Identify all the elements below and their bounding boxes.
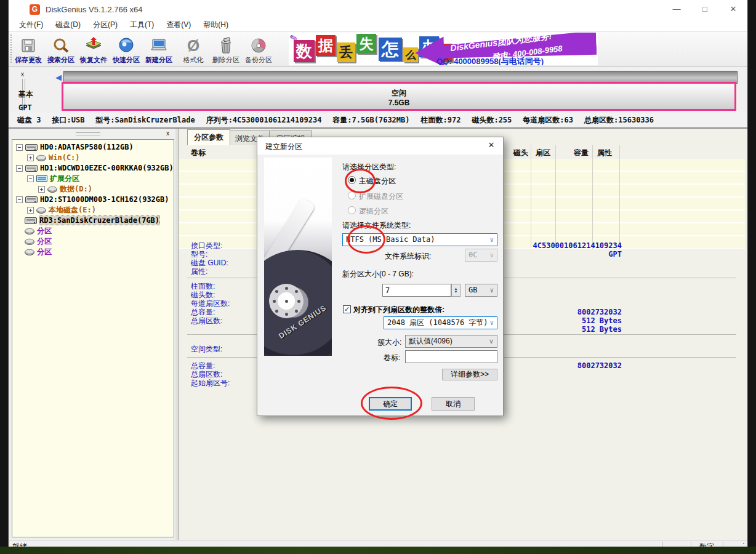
recover-files-button[interactable]: 恢复文件 — [78, 34, 110, 65]
column-heads: 磁头 — [513, 148, 528, 158]
new-partition-icon — [150, 36, 168, 55]
expand-icon[interactable]: + — [38, 186, 45, 193]
dialog-title-bar: 建立新分区 ✕ — [257, 137, 503, 155]
spinner-down-icon: ▼ — [454, 291, 458, 294]
column-sectors: 扇区 — [536, 148, 550, 158]
trash-icon — [218, 36, 234, 55]
radio-primary-partition[interactable] — [348, 176, 356, 184]
volume-label-input[interactable] — [405, 350, 497, 363]
menu-disk[interactable]: 磁盘(D) — [50, 18, 86, 31]
ad-tile: 据 — [316, 35, 336, 56]
title-bar: G DiskGenius V5.1.2.766 x64 — □ ✕ — [9, 0, 747, 18]
new-partition-button[interactable]: 新建分区 — [143, 34, 175, 65]
tree-item-partition-1[interactable]: 分区 — [25, 226, 52, 236]
search-icon — [52, 36, 70, 55]
size-spinner[interactable]: ▲▼ — [451, 284, 460, 297]
param-labels-space: 空间类型: — [191, 345, 222, 353]
partition-tree-panel: x − HD0:ADATASP580(112GB) + Win(C:) − HD… — [9, 129, 175, 540]
maximize-button[interactable]: □ — [691, 0, 719, 18]
ok-button[interactable]: 确定 — [369, 397, 412, 411]
search-partition-button[interactable]: 搜索分区 — [45, 34, 77, 65]
ad-tile: 失 — [356, 34, 376, 54]
expand-icon[interactable]: + — [27, 155, 34, 161]
dialog-close-icon[interactable]: ✕ — [485, 140, 498, 151]
disk-icon — [25, 164, 38, 172]
new-partition-size-label: 新分区大小(0 - 7 GB): — [342, 269, 414, 279]
tree-item-partition-2[interactable]: 分区 — [25, 236, 52, 246]
nav-prev-icon[interactable]: ◀ — [55, 73, 62, 82]
minimize-button[interactable]: — — [662, 0, 691, 18]
status-bar: 就绪 数字 — [9, 540, 747, 550]
tree-close-icon[interactable]: x — [166, 130, 169, 137]
menu-partition[interactable]: 分区(P) — [87, 18, 123, 31]
create-partition-dialog: 建立新分区 ✕ DISK GENIUS 请选择分区类型: 主磁盘分区 扩展磁盘分… — [257, 137, 504, 416]
partition-icon — [36, 207, 46, 214]
align-sectors-select[interactable]: 2048 扇区 (1048576 字节)∨ — [384, 316, 497, 329]
ad-banner[interactable]: ✎ 数 据 丢 失 怎 么 办 ! DiskGenius团队为您服务! 致电: … — [289, 33, 598, 65]
chevron-down-icon: ∨ — [489, 234, 494, 246]
cancel-button[interactable]: 取消 — [432, 397, 475, 411]
delete-partition-button[interactable]: 删除分区 — [210, 34, 242, 65]
quick-partition-button[interactable]: 快速分区 — [110, 34, 142, 65]
format-icon: Ø — [187, 36, 199, 55]
size-input[interactable] — [382, 284, 451, 297]
disk-info-item: 接口:USB — [52, 115, 84, 126]
tree-item-hd2[interactable]: − HD2:ST1000DM003-1CH162(932GB) — [16, 195, 169, 204]
tree-item-local-e[interactable]: + 本地磁盘(E:) — [27, 205, 96, 215]
tree-item-extended[interactable]: − 扩展分区 — [27, 174, 79, 183]
menu-view[interactable]: 查看(V) — [161, 18, 196, 31]
tree-item-rd3-selected[interactable]: RD3:SanDiskCruzerBlade(7GB) — [25, 215, 159, 225]
free-space-size: 7.5GB — [63, 98, 734, 107]
collapse-icon[interactable]: − — [16, 196, 23, 203]
param-labels-totals: 总容量:总扇区数:起始扇区号: — [191, 361, 230, 387]
collapse-icon[interactable]: − — [16, 144, 23, 151]
dialog-title: 建立新分区 — [265, 142, 302, 152]
resize-grip[interactable] — [738, 542, 746, 549]
recover-files-icon — [84, 36, 103, 55]
expand-icon[interactable]: + — [27, 207, 34, 214]
menu-tools[interactable]: 工具(T) — [124, 18, 159, 31]
dialog-disk-image: DISK GENIUS — [264, 158, 332, 356]
disk-icon — [25, 217, 37, 225]
backup-partition-button[interactable]: 备份分区 — [243, 34, 275, 65]
close-button[interactable]: ✕ — [719, 0, 747, 18]
partition-icon — [25, 238, 34, 245]
status-input-mode: 数字 — [699, 542, 714, 552]
partition-icon — [47, 186, 57, 193]
tree-item-win-c[interactable]: + Win(C:) — [27, 153, 80, 163]
column-volume-label: 卷标 — [191, 148, 206, 158]
tree-item-partition-3[interactable]: 分区 — [25, 247, 52, 257]
partition-tree: − HD0:ADATASP580(112GB) + Win(C:) − HD1:… — [12, 139, 174, 537]
ad-tile: 丢 — [337, 42, 355, 62]
tree-panel-header: x — [9, 129, 175, 139]
menu-help[interactable]: 帮助(H) — [198, 18, 234, 31]
ad-tile: 么 — [403, 47, 418, 62]
tab-partition-params[interactable]: 分区参数 — [187, 129, 230, 145]
menu-bar: 文件(F) 磁盘(D) 分区(P) 工具(T) 查看(V) 帮助(H) — [9, 18, 747, 32]
collapse-icon[interactable]: − — [16, 165, 23, 172]
align-label[interactable]: 对齐到下列扇区数的整数倍: — [353, 305, 444, 315]
collapse-icon[interactable]: − — [27, 175, 34, 182]
table-format-label: GPT — [18, 103, 32, 112]
disk-info-item: 柱面数:972 — [421, 115, 461, 126]
menu-file[interactable]: 文件(F) — [14, 18, 49, 31]
filesystem-select[interactable]: NTFS (MS Basic Data)∨ — [342, 233, 497, 246]
disk-map-panel: x ◀ ▶ 基本 GPT 空闲 7.5GB — [9, 66, 747, 113]
size-unit-select[interactable]: GB∨ — [465, 284, 497, 297]
format-button[interactable]: Ø 格式化 — [177, 34, 209, 65]
filesystem-id-label: 文件系统标识: — [385, 251, 431, 262]
save-changes-button[interactable]: 保存更改 — [12, 34, 44, 65]
desktop: G DiskGenius V5.1.2.766 x64 — □ ✕ 文件(F) … — [0, 0, 756, 554]
align-checkbox[interactable]: ✓ — [343, 305, 351, 313]
details-button[interactable]: 详细参数>> — [442, 369, 497, 380]
panel-close-icon[interactable]: x — [21, 71, 24, 78]
cluster-size-select[interactable]: 默认值(4096)∨ — [405, 335, 497, 348]
chevron-down-icon: ∨ — [489, 284, 494, 296]
tree-item-hd0[interactable]: − HD0:ADATASP580(112GB) — [16, 142, 134, 152]
window-title: DiskGenius V5.1.2.766 x64 — [46, 5, 143, 14]
tree-item-data-d[interactable]: + 数据(D:) — [38, 184, 92, 194]
radio-primary-label[interactable]: 主磁盘分区 — [359, 176, 396, 187]
tree-item-hd1[interactable]: − HD1:WDCWD10EZEC-00RKKA0(932GB) — [16, 163, 174, 173]
free-space-block[interactable]: 空闲 7.5GB — [62, 82, 736, 111]
column-attributes: 属性 — [597, 148, 612, 158]
